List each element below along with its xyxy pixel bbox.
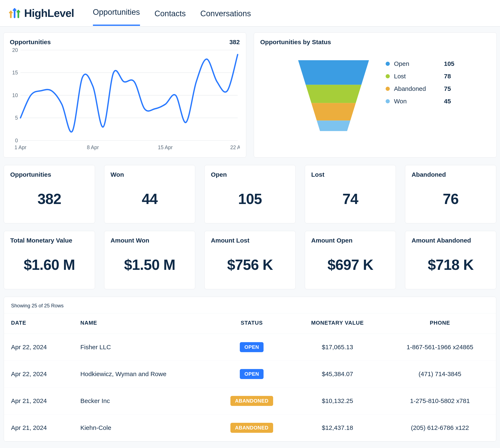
cell-value: $45,384.07 (291, 361, 384, 388)
brand: HighLevel (8, 7, 74, 19)
svg-marker-18 (306, 85, 361, 103)
stat-count-card-3: Lost74 (305, 165, 396, 223)
nav-tabs: OpportunitiesContactsConversations (93, 0, 251, 26)
cell-status: ABANDONED (212, 415, 291, 441)
stat-value: $1.50 M (111, 256, 189, 273)
stat-value: 382 (10, 191, 89, 207)
status-badge: OPEN (240, 369, 264, 379)
svg-text:22 Apr: 22 Apr (230, 144, 240, 150)
col-name[interactable]: NAME (73, 313, 213, 334)
stat-value: 44 (111, 191, 189, 207)
cell-phone: 1-275-810-5802 x781 (384, 388, 496, 415)
brand-name: HighLevel (24, 7, 74, 19)
stat-label: Open (211, 171, 289, 178)
legend-label: Won (394, 98, 440, 105)
stat-label: Amount Lost (211, 237, 289, 244)
svg-marker-20 (317, 121, 350, 131)
legend-label: Open (394, 60, 440, 67)
stat-money-card-4: Amount Abandoned$718 K (405, 231, 496, 289)
svg-text:15: 15 (12, 70, 18, 75)
cell-phone: (471) 714-3845 (384, 361, 496, 388)
tab-opportunities[interactable]: Opportunities (93, 1, 140, 26)
stat-label: Won (111, 171, 189, 178)
funnel-title: Opportunities by Status (260, 39, 490, 46)
col-status[interactable]: STATUS (212, 313, 291, 334)
stat-value: $697 K (311, 256, 390, 273)
line-chart-title: Opportunities (10, 39, 51, 46)
tab-conversations[interactable]: Conversations (200, 0, 251, 26)
cell-name: Becker Inc (73, 388, 213, 415)
svg-text:10: 10 (12, 92, 18, 98)
stat-value: $756 K (211, 256, 289, 273)
legend-item-lost: Lost78 (386, 73, 454, 80)
stat-money-card-2: Amount Lost$756 K (204, 231, 296, 289)
legend-label: Lost (394, 73, 440, 80)
stat-value: 74 (311, 191, 390, 207)
stat-count-card-2: Open105 (204, 165, 296, 223)
table-body: Apr 22, 2024Fisher LLCOPEN$17,065.131-86… (4, 334, 496, 441)
opportunities-table-card: Showing 25 of 25 Rows DATENAMESTATUSMONE… (4, 297, 496, 442)
cell-date: Apr 21, 2024 (4, 415, 73, 441)
stat-label: Abandoned (411, 171, 490, 178)
cell-name: Kiehn-Cole (73, 415, 213, 441)
cell-date: Apr 21, 2024 (4, 388, 73, 415)
stat-money-card-0: Total Monetary Value$1.60 M (4, 231, 95, 289)
stat-label: Amount Open (311, 237, 390, 244)
legend-label: Abandoned (394, 85, 440, 92)
cell-value: $12,437.18 (291, 415, 384, 441)
stat-count-card-4: Abandoned76 (405, 165, 496, 223)
stat-money-row: Total Monetary Value$1.60 MAmount Won$1.… (3, 231, 497, 289)
opportunities-table: DATENAMESTATUSMONETARY VALUEPHONE Apr 22… (4, 313, 496, 441)
svg-text:5: 5 (15, 115, 18, 121)
col-date[interactable]: DATE (4, 313, 73, 334)
cell-phone: 1-867-561-1966 x24865 (384, 334, 496, 361)
stat-count-card-0: Opportunities382 (4, 165, 95, 223)
stat-label: Total Monetary Value (10, 237, 89, 244)
stat-money-card-3: Amount Open$697 K (305, 231, 396, 289)
cell-status: OPEN (212, 361, 291, 388)
svg-marker-19 (311, 103, 356, 120)
legend-value: 78 (444, 73, 451, 80)
cell-name: Hodkiewicz, Wyman and Rowe (73, 361, 213, 388)
svg-text:20: 20 (12, 47, 18, 53)
svg-text:0: 0 (15, 137, 18, 143)
status-badge: OPEN (240, 342, 264, 352)
legend-value: 105 (444, 60, 454, 67)
stat-label: Opportunities (10, 171, 89, 178)
opportunities-funnel-card: Opportunities by Status Open105Lost78Aba… (254, 32, 497, 158)
cell-value: $10,132.25 (291, 388, 384, 415)
stat-value: $1.60 M (10, 256, 89, 273)
status-badge: ABANDONED (230, 396, 273, 406)
legend-item-abandoned: Abandoned75 (386, 85, 454, 92)
dashboard-content: Opportunities 382 051015201 Apr8 Apr15 A… (0, 27, 500, 447)
col-monetary-value[interactable]: MONETARY VALUE (291, 313, 384, 334)
stat-label: Lost (311, 171, 390, 178)
svg-text:15 Apr: 15 Apr (158, 144, 173, 150)
stat-label: Amount Abandoned (411, 237, 490, 244)
stat-money-card-1: Amount Won$1.50 M (104, 231, 195, 289)
table-row[interactable]: Apr 21, 2024Kiehn-ColeABANDONED$12,437.1… (4, 415, 496, 441)
table-meta: Showing 25 of 25 Rows (4, 297, 496, 313)
svg-marker-17 (298, 60, 369, 85)
top-nav: HighLevel OpportunitiesContactsConversat… (0, 0, 500, 27)
legend-value: 75 (444, 85, 451, 92)
line-chart: 051015201 Apr8 Apr15 Apr22 Apr (10, 46, 240, 151)
col-phone[interactable]: PHONE (384, 313, 496, 334)
funnel-legend: Open105Lost78Abandoned75Won45 (386, 60, 454, 105)
cell-status: OPEN (212, 334, 291, 361)
stat-label: Amount Won (111, 237, 189, 244)
charts-row: Opportunities 382 051015201 Apr8 Apr15 A… (3, 32, 497, 158)
table-row[interactable]: Apr 21, 2024Becker IncABANDONED$10,132.2… (4, 388, 496, 415)
legend-value: 45 (444, 98, 451, 105)
legend-dot-icon (386, 62, 390, 66)
legend-dot-icon (386, 74, 390, 78)
brand-logo-icon (8, 7, 21, 19)
table-row[interactable]: Apr 22, 2024Hodkiewicz, Wyman and RoweOP… (4, 361, 496, 388)
cell-phone: (205) 612-6786 x122 (384, 415, 496, 441)
cell-date: Apr 22, 2024 (4, 361, 73, 388)
cell-value: $17,065.13 (291, 334, 384, 361)
legend-dot-icon (386, 87, 390, 91)
cell-name: Fisher LLC (73, 334, 213, 361)
table-row[interactable]: Apr 22, 2024Fisher LLCOPEN$17,065.131-86… (4, 334, 496, 361)
tab-contacts[interactable]: Contacts (155, 0, 186, 26)
